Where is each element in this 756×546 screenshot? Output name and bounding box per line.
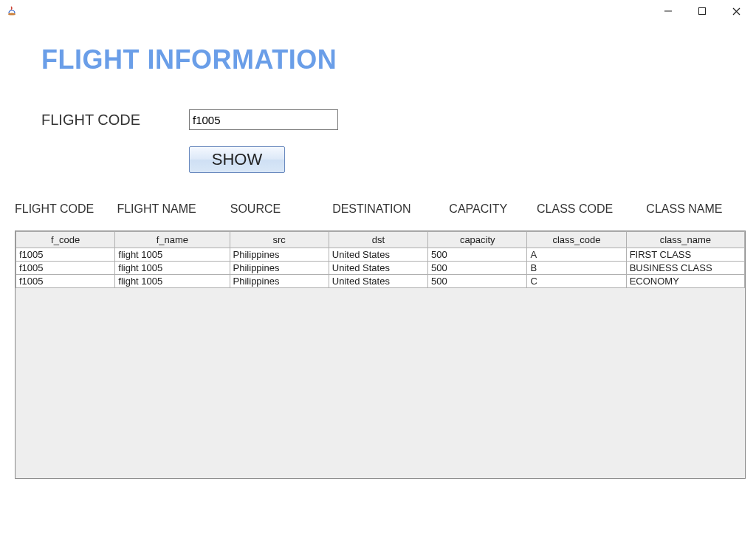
table-header[interactable]: f_name xyxy=(115,232,230,248)
table-header[interactable]: src xyxy=(230,232,329,248)
titlebar xyxy=(0,0,756,22)
svg-rect-2 xyxy=(699,8,706,15)
table-cell[interactable]: Philippines xyxy=(230,275,329,288)
table-header[interactable]: class_code xyxy=(527,232,626,248)
flight-code-label: FLIGHT CODE xyxy=(41,112,189,129)
column-label: SOURCE xyxy=(230,202,332,216)
table-cell[interactable]: ECONOMY xyxy=(626,275,744,288)
table-cell[interactable]: flight 1005 xyxy=(115,248,230,262)
show-button[interactable]: SHOW xyxy=(189,146,285,173)
table-header[interactable]: capacity xyxy=(428,232,527,248)
table-cell[interactable]: 500 xyxy=(428,275,527,288)
table-cell[interactable]: A xyxy=(527,248,626,262)
table-cell[interactable]: flight 1005 xyxy=(115,275,230,288)
results-table: f_codef_namesrcdstcapacityclass_codeclas… xyxy=(16,231,745,288)
table-row[interactable]: f1005flight 1005PhilippinesUnited States… xyxy=(16,262,745,275)
column-label: CLASS CODE xyxy=(537,202,646,216)
column-labels-row: FLIGHT CODEFLIGHT NAMESOURCEDESTINATIONC… xyxy=(15,202,734,216)
column-label: FLIGHT NAME xyxy=(117,202,230,216)
table-cell[interactable]: United States xyxy=(329,262,427,275)
table-cell[interactable]: BUSINESS CLASS xyxy=(626,262,744,275)
table-cell[interactable]: United States xyxy=(329,275,427,288)
flight-code-row: FLIGHT CODE xyxy=(41,109,728,130)
table-cell[interactable]: f1005 xyxy=(16,275,115,288)
table-cell[interactable]: 500 xyxy=(428,262,527,275)
maximize-button[interactable] xyxy=(685,0,719,22)
close-button[interactable] xyxy=(719,0,753,22)
table-cell[interactable]: Philippines xyxy=(230,248,329,262)
table-cell[interactable]: flight 1005 xyxy=(115,262,230,275)
table-row[interactable]: f1005flight 1005PhilippinesUnited States… xyxy=(16,248,745,262)
table-cell[interactable]: United States xyxy=(329,248,427,262)
column-label: CLASS NAME xyxy=(646,202,734,216)
table-row[interactable]: f1005flight 1005PhilippinesUnited States… xyxy=(16,275,745,288)
page-title: FLIGHT INFORMATION xyxy=(41,44,728,75)
table-cell[interactable]: 500 xyxy=(428,248,527,262)
table-header[interactable]: dst xyxy=(329,232,427,248)
minimize-button[interactable] xyxy=(651,0,685,22)
table-cell[interactable]: Philippines xyxy=(230,262,329,275)
table-header[interactable]: f_code xyxy=(16,232,115,248)
column-label: DESTINATION xyxy=(332,202,449,216)
flight-code-input[interactable] xyxy=(189,109,338,130)
table-cell[interactable]: C xyxy=(527,275,626,288)
column-label: FLIGHT CODE xyxy=(15,202,117,216)
table-cell[interactable]: FIRST CLASS xyxy=(626,248,744,262)
table-cell[interactable]: f1005 xyxy=(16,248,115,262)
table-header[interactable]: class_name xyxy=(626,232,744,248)
table-cell[interactable]: f1005 xyxy=(16,262,115,275)
table-cell[interactable]: B xyxy=(527,262,626,275)
results-table-container: f_codef_namesrcdstcapacityclass_codeclas… xyxy=(15,231,746,479)
column-label: CAPACITY xyxy=(449,202,537,216)
java-cup-icon xyxy=(6,5,18,17)
